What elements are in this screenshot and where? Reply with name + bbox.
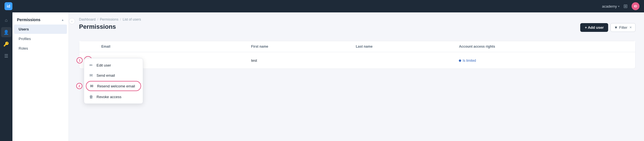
cell-last-name [351, 52, 455, 69]
table-header-row: Email First name Last name Account acces… [79, 41, 635, 52]
home-icon[interactable]: ⌂ [1, 15, 11, 25]
key-icon[interactable]: 🔑 [1, 39, 11, 49]
breadcrumb-dashboard[interactable]: Dashboard [79, 17, 96, 21]
sidebar-header: Permissions ▲ [12, 15, 69, 24]
filter-icon: ▼ [614, 25, 618, 30]
topnav-right: academy ▾ ⊞ ID [602, 2, 639, 10]
col-first-name: First name [247, 41, 351, 52]
account-label: academy [602, 4, 617, 8]
sidebar: Permissions ▲ Users Profiles Roles [12, 12, 69, 141]
account-switcher[interactable]: academy ▾ [602, 4, 619, 8]
cell-access-rights: Is limited [454, 52, 635, 69]
main-layout: ⌂ 👤 🔑 ☰ Permissions ▲ Users Profiles Rol… [0, 12, 644, 141]
breadcrumb-permissions[interactable]: Permissions [100, 17, 118, 21]
menu-resend-welcome-email[interactable]: ✉ Resend welcome email [86, 81, 141, 91]
resend-email-icon: ✉ [89, 84, 94, 88]
table-row: 1 ⋮ test@idloom.com test Is limited [79, 52, 635, 69]
col-email: Email [97, 41, 247, 52]
chevron-down-icon: ▾ [618, 5, 619, 8]
cell-first-name: test [247, 52, 351, 69]
col-last-name: Last name [351, 41, 455, 52]
breadcrumb: Dashboard / Permissions / List of users [79, 17, 636, 21]
page-title: Permissions [79, 23, 116, 30]
sidebar-title: Permissions [17, 17, 40, 22]
sidebar-item-roles[interactable]: Roles [14, 44, 67, 53]
edit-icon: ✏ [89, 63, 94, 67]
menu-revoke-access[interactable]: 🗑 Revoke access [84, 92, 143, 102]
menu-edit-user[interactable]: ✏ Edit user [84, 60, 143, 70]
content-inner: Dashboard / Permissions / List of users … [69, 12, 644, 74]
topnav: id academy ▾ ⊞ ID [0, 0, 644, 12]
email-icon: ✉ [89, 73, 94, 78]
menu-send-email[interactable]: ✉ Send email [84, 70, 143, 80]
context-menu: ✏ Edit user ✉ Send email 2 [84, 58, 143, 104]
grid-icon[interactable]: ⊞ [623, 3, 628, 9]
list-icon[interactable]: ☰ [1, 51, 11, 61]
icon-rail: ⌂ 👤 🔑 ☰ [0, 12, 12, 141]
app-logo[interactable]: id [5, 2, 12, 10]
step-1-badge: 1 [76, 57, 83, 63]
sidebar-collapse-button[interactable]: ‹ [69, 18, 75, 24]
add-user-button[interactable]: + Add user [580, 23, 608, 32]
sidebar-item-users[interactable]: Users [14, 25, 67, 34]
content-area: ‹ Dashboard / Permissions / List of user… [69, 12, 644, 141]
topnav-left: id [5, 2, 12, 10]
close-icon[interactable]: ✕ [629, 26, 632, 29]
filter-button[interactable]: ▼ Filter ✕ [610, 23, 636, 32]
users-table: Email First name Last name Account acces… [79, 41, 636, 69]
users-icon[interactable]: 👤 [1, 27, 11, 37]
col-access-rights: Account access rights [454, 41, 635, 52]
avatar[interactable]: ID [632, 2, 639, 10]
breadcrumb-current: List of users [123, 17, 141, 21]
step-2-badge: 2 [76, 83, 82, 89]
sidebar-item-profiles[interactable]: Profiles [14, 34, 67, 43]
trash-icon: 🗑 [89, 94, 94, 99]
toolbar: + Add user ▼ Filter ✕ [580, 23, 636, 32]
chevron-up-icon[interactable]: ▲ [61, 18, 64, 21]
access-badge: Is limited [459, 59, 476, 63]
